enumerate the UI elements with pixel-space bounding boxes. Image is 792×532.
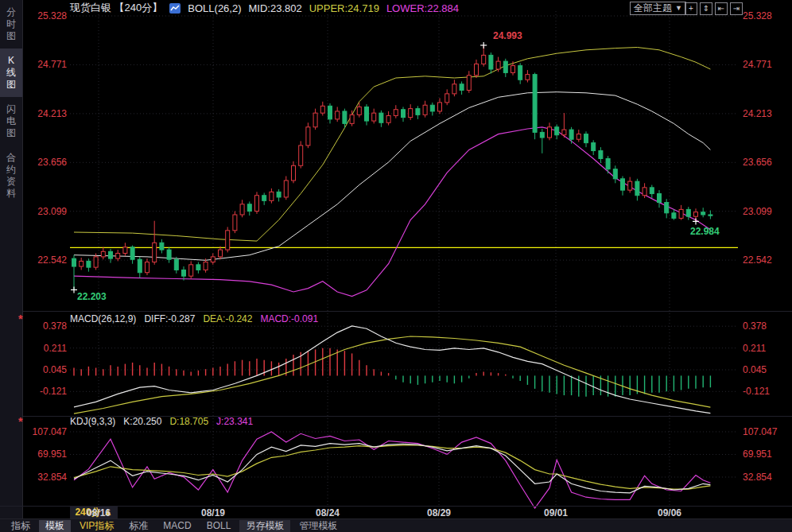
price-axis-label: 25.328 <box>22 10 67 21</box>
bottom-toolbar: 指标模板VIP指标标准MACDBOLL另存模板管理模板 <box>0 518 792 532</box>
chart-header: 现货白银 【240分】 BOLL(26,2) MID:23.802 UPPER:… <box>70 2 459 14</box>
panel-divider <box>23 311 792 312</box>
axis-divider <box>0 506 792 507</box>
macd-axis-label: 0.378 <box>22 320 67 332</box>
kdj-axis-label: 69.951 <box>22 449 67 460</box>
kdj-panel-marker-icon[interactable]: * <box>18 417 22 425</box>
kdj-d-value: D:18.705 <box>169 416 208 427</box>
price-axis-label: 23.656 <box>743 157 790 168</box>
macd-axis-label: 0.045 <box>743 364 790 375</box>
macd-axis-label: 0.378 <box>743 320 790 332</box>
bottom-tab-管理模板[interactable]: 管理模板 <box>293 520 344 532</box>
lowest-price-annotation: 22.203 <box>77 291 107 302</box>
recent-low-annotation: 22.984 <box>690 226 720 237</box>
price-axis-label: 23.656 <box>22 157 67 168</box>
kdj-axis-label: 32.854 <box>743 472 790 483</box>
price-axis-label: 23.099 <box>22 206 67 217</box>
price-axis-label: 22.542 <box>743 254 790 266</box>
macd-axis-label: 0.211 <box>743 343 790 354</box>
boll-mid-value: MID:23.802 <box>249 2 302 14</box>
macd-axis-label: -0.121 <box>22 386 67 397</box>
boll-upper-value: UPPER:24.719 <box>309 2 379 14</box>
chart-canvas[interactable] <box>0 0 792 532</box>
bottom-tab-标准[interactable]: 标准 <box>122 520 154 532</box>
kdj-axis-label: 69.951 <box>743 449 790 460</box>
macd-axis-label: -0.121 <box>743 386 790 397</box>
date-axis-label: 08/19 <box>196 507 231 518</box>
date-axis-label: 08/24 <box>310 507 345 518</box>
price-axis-label: 22.542 <box>22 254 67 266</box>
bottom-tab-BOLL[interactable]: BOLL <box>200 520 238 532</box>
price-axis-label: 24.213 <box>743 108 790 119</box>
price-axis-label: 25.328 <box>743 10 790 21</box>
kdj-axis-label: 107.047 <box>743 426 790 437</box>
fit-horizontal-icon[interactable]: ⇤ <box>715 2 728 15</box>
date-axis-label: 08/29 <box>421 507 456 518</box>
kdj-j-value: J:23.341 <box>216 416 253 427</box>
boll-label: BOLL(26,2) <box>188 2 241 14</box>
macd-panel-header: MACD(26,12,9) DIFF:-0.287 DEA:-0.242 MAC… <box>70 313 318 324</box>
sidebar-tab-K线图[interactable]: K 线 图 <box>0 49 22 97</box>
chart-tool-buttons: +⇕⇤⇥ <box>685 2 743 15</box>
date-axis-label: 09/01 <box>538 507 573 518</box>
price-axis-label: 23.099 <box>743 206 790 217</box>
theme-dropdown-label: 全部主题 <box>634 2 672 14</box>
macd-title: MACD(26,12,9) <box>70 313 136 324</box>
sidebar-tab-分时图[interactable]: 分 时 图 <box>0 0 22 49</box>
kdj-axis-label: 107.047 <box>22 426 67 437</box>
macd-axis-label: 0.045 <box>22 364 67 375</box>
bottom-tab-模板[interactable]: 模板 <box>39 520 71 532</box>
macd-diff-value: DIFF:-0.287 <box>144 313 195 324</box>
bottom-tab-指标[interactable]: 指标 <box>5 520 37 532</box>
macd-dea-value: DEA:-0.242 <box>203 313 252 324</box>
macd-axis-label: 0.211 <box>22 343 67 354</box>
kdj-panel-header: KDJ(9,3,3) K:20.250 D:18.705 J:23.341 <box>70 416 253 426</box>
instrument-title: 现货白银 【240分】 <box>70 1 162 15</box>
theme-dropdown[interactable]: 全部主题 ▼ <box>630 2 686 15</box>
bottom-tab-另存模板[interactable]: 另存模板 <box>239 520 290 532</box>
kdj-k-value: K:20.250 <box>123 416 161 427</box>
sidebar-tab-闪电图[interactable]: 闪 电 图 <box>0 97 22 146</box>
macd-macd-value: MACD:-0.091 <box>260 313 318 324</box>
highest-price-annotation: 24.993 <box>493 30 522 41</box>
date-axis-label: 09/06 <box>652 507 687 518</box>
boll-lower-value: LOWER:22.884 <box>386 2 459 14</box>
price-axis-label: 24.771 <box>743 59 790 70</box>
kdj-axis-label: 32.854 <box>22 472 67 483</box>
fit-vertical-icon[interactable]: ⇕ <box>700 2 712 15</box>
kdj-title: KDJ(9,3,3) <box>70 416 115 427</box>
left-sidebar: 分 时 图K 线 图闪 电 图合 约 资 料 <box>0 0 23 518</box>
price-axis-label: 24.771 <box>22 59 67 70</box>
kline-app-window: 分 时 图K 线 图闪 电 图合 约 资 料 现货白银 【240分】 BOLL(… <box>0 0 792 532</box>
kline-chart-icon <box>169 3 181 14</box>
panel-divider <box>23 416 792 417</box>
chevron-down-icon: ▼ <box>675 2 682 14</box>
bottom-tab-VIP指标[interactable]: VIP指标 <box>73 520 120 532</box>
move-icon[interactable]: + <box>685 2 697 15</box>
bottom-tab-MACD[interactable]: MACD <box>157 520 197 532</box>
sidebar-tab-合约资料[interactable]: 合 约 资 料 <box>0 146 22 206</box>
shift-right-icon[interactable]: ⇥ <box>730 2 743 15</box>
date-axis-label: 08/16 <box>81 507 116 518</box>
price-axis-label: 24.213 <box>22 108 67 119</box>
